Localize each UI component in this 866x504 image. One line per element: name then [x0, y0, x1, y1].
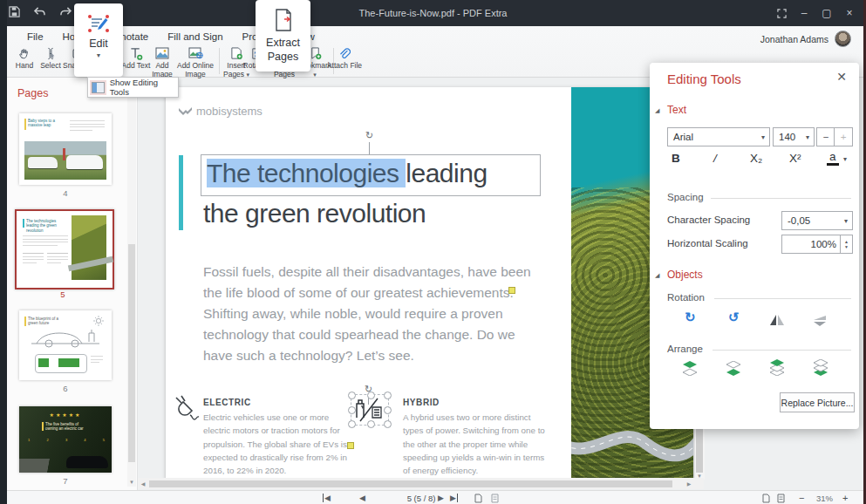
menu-file[interactable]: File: [17, 30, 53, 44]
chevron-down-icon: ▾: [806, 133, 814, 141]
title-rest[interactable]: leading: [406, 159, 487, 187]
scroll-right-icon[interactable]: ▶: [683, 480, 695, 487]
selection-handle[interactable]: [348, 392, 356, 399]
bring-to-front-icon[interactable]: [681, 361, 699, 376]
send-to-back-icon[interactable]: [725, 361, 742, 376]
title-accent-bar: [179, 155, 183, 230]
paperclip-icon: [338, 47, 351, 60]
sidebar-scroll-thumb[interactable]: [128, 244, 135, 462]
plug-icon: [173, 394, 201, 424]
title-rotate-handle[interactable]: ↻: [365, 126, 373, 154]
extract-pages-callout[interactable]: Extract Pages: [256, 0, 310, 72]
objects-section-label: Objects: [667, 269, 703, 281]
edit-callout[interactable]: Edit ▼: [74, 3, 123, 77]
page-number-6: 6: [19, 384, 112, 393]
horizontal-scaling-input[interactable]: 100% ▲▼: [781, 235, 853, 254]
pages-header: Pages: [17, 87, 48, 99]
font-size-select[interactable]: 140 ▾: [773, 127, 815, 146]
thumb4-caption: Baby steps to a massive leap: [28, 119, 65, 128]
page-thumbnail-4[interactable]: Baby steps to a massive leap: [19, 113, 112, 185]
fit-page-icon[interactable]: [762, 494, 770, 503]
sun-icon: [92, 315, 105, 327]
extract-callout-label: Extract Pages: [256, 37, 310, 64]
page-thumbnail-6[interactable]: The blueprint of a green future: [19, 310, 112, 380]
scroll-down-icon[interactable]: ▼: [127, 480, 136, 485]
superscript-button[interactable]: X²: [789, 152, 801, 165]
hybrid-icon-selected[interactable]: [351, 394, 389, 426]
menu-fill-and-sign[interactable]: Fill and Sign: [158, 30, 232, 44]
decrease-size-button[interactable]: −: [816, 127, 835, 146]
selection-handle[interactable]: [384, 420, 392, 428]
h-scroll-thumb[interactable]: [149, 480, 672, 487]
first-page-icon[interactable]: ◀: [323, 494, 331, 502]
increase-size-button[interactable]: +: [834, 127, 853, 146]
replace-picture-button[interactable]: Replace Picture...: [780, 392, 855, 412]
pdf-page[interactable]: mobisystems ↻ The technologies leading t…: [166, 87, 693, 480]
minimize-button[interactable]: –: [793, 0, 815, 26]
object-handle[interactable]: [508, 287, 515, 294]
electric-body[interactable]: Electric vehicles use one or more electr…: [203, 411, 350, 477]
selection-handle[interactable]: [348, 420, 356, 428]
tool-add-online-image[interactable]: Add Online Image: [173, 47, 218, 77]
maximize-button[interactable]: ▢: [815, 0, 838, 26]
mobisystems-logo[interactable]: mobisystems: [179, 105, 263, 118]
close-button[interactable]: ×: [838, 0, 861, 26]
font-color-button[interactable]: a: [827, 150, 839, 166]
user-account[interactable]: Jonathan Adams: [760, 31, 851, 47]
tool-attach-file[interactable]: Attach File: [326, 47, 363, 77]
page-thumbnail-5-selected[interactable]: The technologies leading the green revol…: [15, 209, 114, 289]
subscript-button[interactable]: X₂: [750, 152, 762, 165]
editing-panel-icon: [92, 82, 105, 93]
bold-button[interactable]: B: [672, 152, 680, 165]
body-paragraph[interactable]: Fossil fuels, despite all their disadvan…: [203, 262, 545, 366]
collapse-ribbon-icon[interactable]: [770, 0, 793, 26]
flip-horizontal-icon[interactable]: [769, 314, 785, 326]
spinner[interactable]: ▲▼: [840, 235, 852, 253]
italic-button[interactable]: /: [713, 152, 717, 165]
selection-handle[interactable]: [384, 392, 392, 399]
selection-handle[interactable]: [367, 420, 375, 428]
single-page-view-icon[interactable]: [474, 494, 482, 503]
chevron-down-icon[interactable]: ▾: [843, 155, 847, 163]
selection-handle[interactable]: [367, 392, 375, 399]
expander-icon[interactable]: ◢: [655, 107, 659, 114]
font-family-select[interactable]: Arial ▾: [667, 127, 770, 146]
previous-page-icon[interactable]: ◀: [359, 494, 365, 502]
viewer-horizontal-scrollbar[interactable]: ◀ ▶: [137, 478, 704, 489]
sidebar-scrollbar[interactable]: ▲ ▼: [127, 78, 136, 487]
last-page-icon[interactable]: ▶: [450, 494, 458, 502]
next-page-icon[interactable]: ▶: [438, 494, 444, 502]
hand-icon: [18, 47, 31, 60]
flip-vertical-icon[interactable]: [813, 315, 827, 326]
logo-m-icon: [179, 106, 192, 117]
scroll-left-icon[interactable]: ◀: [137, 480, 149, 487]
zoom-out-icon[interactable]: −: [799, 493, 804, 503]
avatar[interactable]: [835, 31, 851, 47]
selection-handle[interactable]: [348, 406, 356, 414]
electric-heading[interactable]: ELECTRIC: [203, 398, 251, 407]
window-frame-left: [0, 0, 7, 504]
hybrid-body[interactable]: A hybrid uses two or more distinct types…: [403, 411, 553, 477]
titlebar: The-Future-is-Now.pdf - PDF Extra – ▢ ×: [0, 0, 866, 26]
continuous-view-icon[interactable]: [491, 494, 499, 503]
object-handle[interactable]: [347, 442, 354, 449]
title-text-box[interactable]: The technologies leading: [201, 154, 541, 196]
selected-text[interactable]: The technologies: [207, 159, 406, 187]
spin-down-icon: ▼: [844, 244, 849, 250]
character-spacing-select[interactable]: -0,05 ▾: [781, 211, 853, 230]
zoom-in-icon[interactable]: +: [842, 493, 848, 503]
rotate-right-icon[interactable]: ↻: [685, 310, 696, 325]
zoom-level[interactable]: 31%: [816, 494, 833, 503]
thumb5-caption: The technologies leading the green revol…: [26, 219, 68, 233]
expander-icon[interactable]: ◢: [655, 272, 659, 279]
close-icon[interactable]: ✕: [836, 70, 847, 84]
selection-handle[interactable]: [384, 406, 392, 414]
bring-forward-icon[interactable]: [768, 359, 786, 376]
page-thumbnail-7[interactable]: ★★★★★ The five benefits of owning an ele…: [19, 406, 112, 473]
fit-width-icon[interactable]: [777, 494, 785, 503]
hybrid-heading[interactable]: HYBRID: [403, 398, 440, 407]
title-line2[interactable]: the green revolution: [203, 199, 426, 228]
rotate-left-icon[interactable]: ↺: [728, 310, 740, 325]
send-backward-icon[interactable]: [812, 359, 829, 376]
add-text-icon: [129, 47, 143, 60]
